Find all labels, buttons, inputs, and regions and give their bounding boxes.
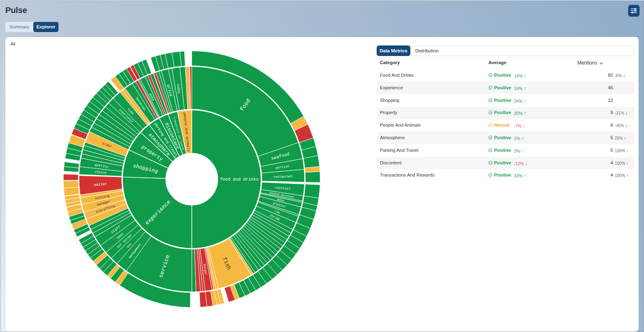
svg-text:food and drinks: food and drinks xyxy=(220,177,259,182)
svg-text:restaurant: restaurant xyxy=(273,175,293,179)
svg-text:waiter: waiter xyxy=(94,182,107,187)
